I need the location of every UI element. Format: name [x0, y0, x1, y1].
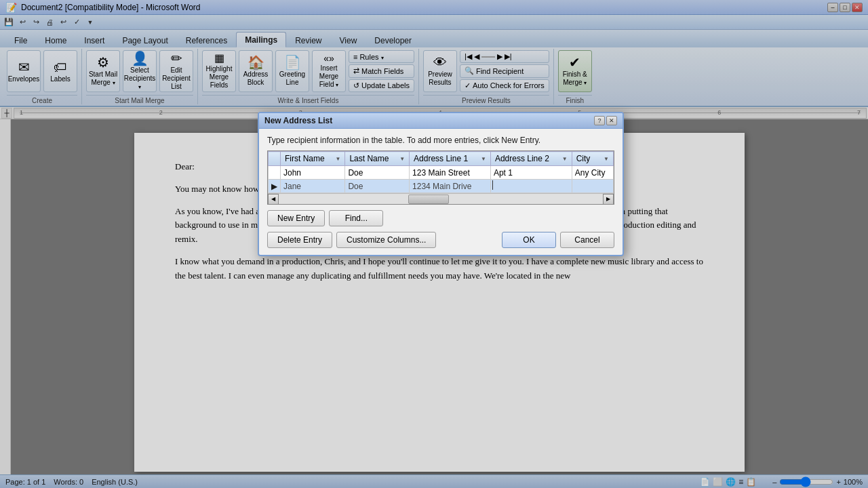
new-address-list-dialog: New Address List ? ✕ Type recipient info…	[258, 112, 624, 256]
customize-columns-button[interactable]: Customize Columns...	[336, 232, 436, 248]
cursor-blink	[492, 180, 493, 190]
dialog-confirm-buttons: Delete Entry Customize Columns... OK Can…	[267, 232, 614, 248]
col-last-name[interactable]: Last Name ▼	[345, 152, 410, 166]
dialog-help-button[interactable]: ?	[594, 116, 605, 125]
address-table[interactable]: First Name ▼ Last Name ▼	[268, 151, 614, 193]
scroll-right-button[interactable]: ▶	[603, 194, 614, 205]
modal-overlay: New Address List ? ✕ Type recipient info…	[0, 0, 868, 488]
row1-last-name[interactable]: Doe	[345, 166, 410, 180]
row2-last-name[interactable]: Doe	[345, 180, 410, 193]
row2-address1[interactable]: 1234 Main Drive	[410, 180, 491, 193]
delete-entry-button[interactable]: Delete Entry	[267, 232, 332, 248]
scroll-left-button[interactable]: ◀	[268, 194, 279, 205]
table-scrollbar[interactable]: ◀ ▶	[268, 193, 614, 204]
row2-city[interactable]	[572, 180, 613, 193]
table-row[interactable]: John Doe 123 Main Street Apt 1 Any City	[269, 166, 614, 180]
col-address-line-2[interactable]: Address Line 2 ▼	[490, 152, 572, 166]
dialog-action-buttons: New Entry Find...	[267, 210, 614, 226]
table-header-row: First Name ▼ Last Name ▼	[269, 152, 614, 166]
scroll-track[interactable]	[279, 194, 603, 205]
col-address2-dropdown[interactable]: ▼	[562, 156, 568, 162]
dialog-titlebar: New Address List ? ✕	[259, 113, 623, 129]
dialog-instruction: Type recipient information in the table.…	[267, 136, 614, 145]
col-first-name[interactable]: First Name ▼	[281, 152, 345, 166]
find-button[interactable]: Find...	[329, 210, 383, 226]
col-city[interactable]: City ▼	[572, 152, 613, 166]
row1-address2[interactable]: Apt 1	[490, 166, 572, 180]
dialog-title: New Address List	[264, 116, 332, 125]
row-indicator-header	[269, 152, 281, 166]
row1-first-name[interactable]: John	[281, 166, 345, 180]
ok-button[interactable]: OK	[502, 232, 556, 248]
address-table-wrapper[interactable]: First Name ▼ Last Name ▼	[267, 150, 614, 205]
cancel-button[interactable]: Cancel	[560, 232, 614, 248]
col-first-name-dropdown[interactable]: ▼	[335, 156, 340, 162]
col-address1-dropdown[interactable]: ▼	[481, 156, 486, 162]
row1-indicator	[269, 166, 281, 180]
scroll-thumb[interactable]	[408, 195, 449, 204]
row1-address1[interactable]: 123 Main Street	[410, 166, 491, 180]
row2-address2[interactable]	[490, 180, 572, 193]
row1-city[interactable]: Any City	[572, 166, 613, 180]
dialog-close-button[interactable]: ✕	[606, 116, 617, 125]
row2-first-name[interactable]: Jane	[281, 180, 345, 193]
col-last-name-dropdown[interactable]: ▼	[399, 156, 405, 162]
dialog-controls[interactable]: ? ✕	[594, 116, 617, 125]
dialog-body: Type recipient information in the table.…	[259, 129, 623, 255]
table-row[interactable]: ▶ Jane Doe 1234 Main Drive	[269, 180, 614, 193]
row2-indicator: ▶	[269, 180, 281, 193]
col-address-line-1[interactable]: Address Line 1 ▼	[410, 152, 491, 166]
new-entry-button[interactable]: New Entry	[267, 210, 325, 226]
col-city-dropdown[interactable]: ▼	[604, 156, 609, 162]
